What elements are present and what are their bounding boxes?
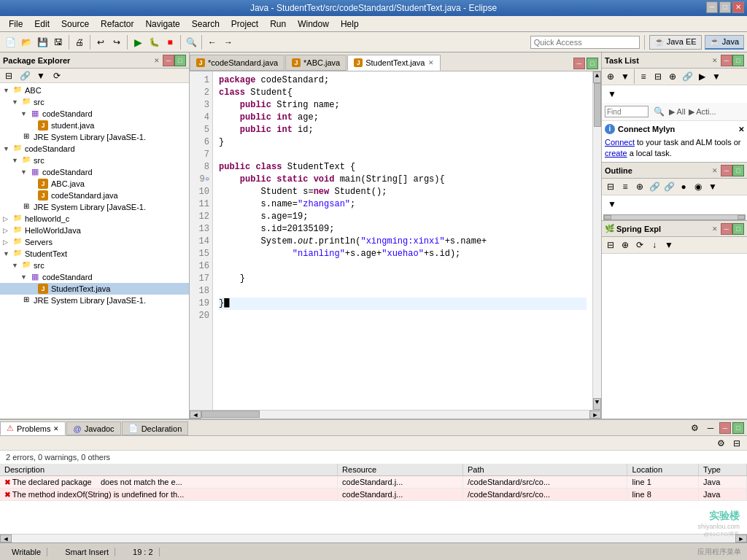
minimize-button[interactable]: ─	[706, 1, 718, 13]
tree-arrow-servers[interactable]: ▷	[3, 238, 12, 246]
scroll-left-button[interactable]: ◄	[190, 411, 201, 419]
tree-helloworld-c[interactable]: ▷ 📁 helloworld_c	[0, 213, 189, 225]
sync-button[interactable]: ⟳	[50, 69, 64, 83]
close-tab-studenttext[interactable]: ✕	[428, 59, 434, 66]
bottom-minimize[interactable]: ─	[703, 421, 718, 435]
tree-cs-src[interactable]: ▼ 📁 src	[0, 155, 189, 166]
save-button[interactable]: 💾	[35, 35, 50, 50]
menu-source[interactable]: Source	[55, 18, 95, 31]
outline-close-icon[interactable]: ✕	[712, 167, 718, 174]
problem-row-2[interactable]: ✖ The method indexOf(String) is undefine…	[0, 489, 747, 501]
package-explorer-maximize[interactable]: □	[174, 55, 186, 66]
tree-servers[interactable]: ▷ 📁 Servers	[0, 236, 189, 248]
spring-expr-maximize[interactable]: □	[732, 223, 744, 235]
menu-window[interactable]: Window	[292, 18, 335, 31]
outline-minimize[interactable]: ─	[721, 165, 732, 176]
tree-codestandard-java[interactable]: J codeStandard.java	[0, 190, 189, 201]
tree-cs-cs[interactable]: ▼ ▦ codeStandard	[0, 166, 189, 178]
tree-abc-src[interactable]: ▼ 📁 src	[0, 96, 189, 108]
editor-maximize[interactable]: □	[587, 58, 598, 69]
menu-run[interactable]: Run	[264, 18, 292, 31]
tree-arrow-abc[interactable]: ▼	[3, 87, 12, 94]
java-ee-perspective[interactable]: ☕ Java EE	[649, 35, 702, 50]
tree-st-jre[interactable]: ⊞ JRE System Library [JavaSE-1.	[0, 295, 189, 306]
menu-edit[interactable]: Edit	[28, 18, 55, 31]
fold-icon-9[interactable]: ⊖	[206, 174, 209, 186]
tree-helloworldjava[interactable]: ▷ 📁 HelloWorldJava	[0, 225, 189, 236]
new-button[interactable]: 📄	[3, 35, 18, 50]
run-button[interactable]: ▶	[131, 35, 145, 50]
outline-hscrollbar[interactable]	[603, 214, 746, 220]
menu-refactor[interactable]: Refactor	[95, 18, 139, 31]
scroll-up-button[interactable]: ▲	[593, 71, 601, 83]
spring-expr-close-icon[interactable]: ✕	[712, 225, 718, 233]
connect-link[interactable]: Connect	[605, 138, 635, 147]
menu-file[interactable]: File	[3, 18, 28, 31]
outline-menu[interactable]: ▼	[705, 179, 720, 194]
spring-menu[interactable]: ▼	[662, 238, 676, 252]
maximize-button[interactable]: □	[719, 1, 731, 13]
tree-abc-jre[interactable]: ⊞ JRE System Library [JavaSE-1.	[0, 131, 189, 143]
tree-arrow-st-cs[interactable]: ▼	[20, 273, 29, 281]
outline-btn3[interactable]: 🔗	[647, 179, 662, 194]
save-all-button[interactable]: 🖫	[51, 35, 66, 50]
title-bar-controls[interactable]: ─ □ ✕	[706, 1, 744, 13]
outline-btn2[interactable]: ⊕	[632, 179, 647, 194]
outline-btn7[interactable]: ▼	[605, 197, 619, 211]
tree-arrow-st-jre[interactable]	[12, 297, 20, 304]
outline-btn4[interactable]: 🔗	[662, 179, 676, 194]
search-button[interactable]: 🔍	[184, 35, 198, 50]
find-input[interactable]	[605, 106, 649, 117]
problem-row-1[interactable]: ✖ The declared package does not match th…	[0, 476, 747, 489]
tree-arrow-codestandard-java[interactable]	[29, 192, 38, 199]
connect-mylyn-close[interactable]: ✕	[738, 125, 744, 133]
tree-arrow-student[interactable]	[29, 122, 38, 129]
tab-abc[interactable]: J *ABC.java	[285, 55, 347, 71]
task-list-maximize[interactable]: □	[732, 55, 744, 66]
task-btn3[interactable]: ⊕	[665, 69, 680, 84]
spring-btn1[interactable]: ⊟	[603, 238, 618, 252]
problems-scroll-left[interactable]: ◄	[0, 534, 12, 542]
outline-collapse[interactable]: ⊟	[603, 179, 618, 194]
tree-arrow-cs-jre[interactable]	[12, 203, 20, 211]
problems-filter-btn[interactable]: ⚙	[713, 436, 728, 451]
tree-studenttext-java[interactable]: J StudentText.java	[0, 283, 189, 295]
collapse-all-button[interactable]: ⊟	[1, 69, 16, 83]
tree-arrow-abc-java[interactable]	[29, 180, 38, 187]
tree-studenttext-proj[interactable]: ▼ 📁 StudentText	[0, 248, 189, 260]
spring-btn4[interactable]: ↓	[647, 238, 662, 252]
find-button[interactable]: 🔍	[651, 104, 666, 119]
menu-navigate[interactable]: Navigate	[139, 18, 185, 31]
tree-abc[interactable]: ▼ 📁 ABC	[0, 85, 189, 96]
problems-collapse-btn[interactable]: ⊟	[729, 436, 744, 451]
navigate-forward[interactable]: →	[221, 35, 236, 50]
editor-vscrollbar[interactable]: ▲ ▼	[592, 71, 601, 410]
spring-expr-minimize[interactable]: ─	[721, 223, 732, 235]
tab-codestandard[interactable]: J *codeStandard.java	[190, 55, 285, 71]
create-link[interactable]: create	[605, 149, 627, 158]
task-btn5[interactable]: ▶	[694, 69, 709, 84]
open-button[interactable]: 📂	[19, 35, 34, 50]
outline-hthumb[interactable]	[604, 215, 611, 219]
spring-btn3[interactable]: ⟳	[632, 238, 647, 252]
redo-button[interactable]: ↪	[109, 35, 124, 50]
scroll-thumb[interactable]	[594, 83, 601, 127]
tree-arrow-st-java[interactable]	[29, 285, 38, 292]
stop-button[interactable]: ■	[163, 35, 177, 50]
bottom-btn1[interactable]: ⚙	[687, 421, 702, 435]
tree-arrow-cs-proj[interactable]: ▼	[3, 145, 12, 152]
menu-help[interactable]: Help	[335, 18, 365, 31]
code-content[interactable]: package codeStandard; class Student{ pub…	[213, 71, 592, 410]
scroll-down-button[interactable]: ▼	[593, 398, 601, 410]
scroll-right-button[interactable]: ►	[589, 411, 601, 419]
tree-arrow-helloworld-c[interactable]: ▷	[3, 215, 12, 222]
tree-abc-codestandard[interactable]: ▼ ▦ codeStandard	[0, 108, 189, 120]
view-menu-button[interactable]: ▼	[34, 69, 48, 83]
menu-search[interactable]: Search	[186, 18, 225, 31]
spring-btn2[interactable]: ⊕	[618, 238, 632, 252]
tree-arrow-helloworldjava[interactable]: ▷	[3, 227, 12, 234]
task-list-minimize[interactable]: ─	[721, 55, 732, 66]
task-btn1[interactable]: ≡	[636, 69, 651, 84]
problems-close[interactable]: ✕	[53, 425, 59, 432]
bottom-panel-maximize[interactable]: □	[732, 422, 744, 434]
